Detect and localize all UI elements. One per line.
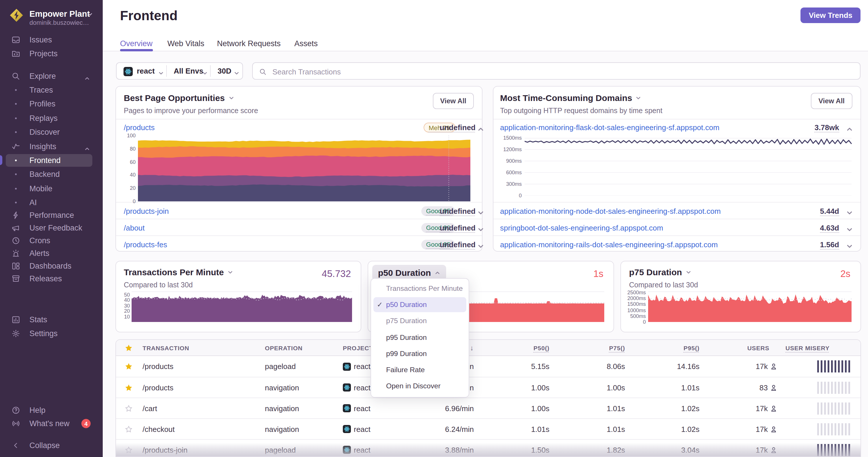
sidebar-item-collapse[interactable]: Collapse bbox=[0, 439, 103, 452]
p75-panel-title[interactable]: p75 Duration bbox=[629, 267, 691, 277]
transaction-link[interactable]: /products bbox=[143, 362, 174, 371]
sidebar-item-replays[interactable]: Replays bbox=[0, 112, 103, 124]
transaction-link[interactable]: /checkout bbox=[143, 425, 175, 433]
metric-dropdown-menu: Transactions Per Minute✓p50 Durationp75 … bbox=[371, 278, 469, 398]
project-cell[interactable]: react bbox=[343, 446, 371, 454]
chevron-down-icon[interactable] bbox=[477, 241, 483, 247]
sidebar-item-ai[interactable]: AI bbox=[0, 196, 103, 209]
project-cell[interactable]: react bbox=[343, 362, 371, 371]
dropdown-item-transactions-per-minute[interactable]: Transactions Per Minute bbox=[373, 281, 466, 296]
star-outline-icon[interactable] bbox=[124, 404, 132, 412]
project-cell[interactable]: react bbox=[343, 404, 371, 413]
chevron-down-icon[interactable] bbox=[846, 225, 851, 230]
sidebar-item-performance[interactable]: Performance bbox=[0, 209, 103, 222]
sidebar-item-frontend[interactable]: Frontend bbox=[0, 154, 103, 167]
tab-assets[interactable]: Assets bbox=[294, 39, 318, 48]
environment-filter[interactable]: All Envs bbox=[174, 67, 204, 75]
opportunities-title[interactable]: Best Page Opportunities bbox=[124, 93, 234, 103]
dropdown-item-p95-duration[interactable]: p95 Duration bbox=[373, 330, 466, 345]
org-switcher-chevron-icon[interactable] bbox=[87, 9, 93, 15]
y-axis-tick-label: 0 bbox=[481, 193, 522, 198]
page-link[interactable]: /products bbox=[124, 123, 155, 132]
org-name[interactable]: Empower Plant bbox=[29, 9, 90, 19]
col-operation[interactable]: OPERATION bbox=[265, 344, 303, 351]
domains-view-all-button[interactable]: View All bbox=[811, 93, 852, 109]
sidebar-item-dashboards[interactable]: Dashboards bbox=[0, 260, 103, 272]
sidebar-item-whats-new[interactable]: What's new4 bbox=[0, 417, 103, 430]
date-range-filter[interactable]: 30D bbox=[218, 67, 231, 75]
project-cell[interactable]: react bbox=[343, 425, 371, 433]
search-transactions-box[interactable] bbox=[252, 62, 861, 79]
dropdown-item-p50-duration[interactable]: ✓p50 Duration bbox=[373, 297, 466, 312]
chevron-down-icon[interactable] bbox=[477, 208, 483, 214]
sidebar-item-traces[interactable]: Traces bbox=[0, 84, 103, 96]
transaction-link[interactable]: /products-join bbox=[143, 446, 188, 454]
sidebar-item-crons[interactable]: Crons bbox=[0, 234, 103, 247]
dropdown-item-p99-duration[interactable]: p99 Duration bbox=[373, 346, 466, 361]
user-misery-bars bbox=[817, 360, 850, 372]
chevron-up-icon[interactable] bbox=[477, 124, 483, 130]
chevron-up-icon[interactable] bbox=[846, 124, 851, 130]
star-outline-icon[interactable] bbox=[124, 425, 132, 433]
sidebar-item-projects[interactable]: Projects bbox=[0, 47, 103, 60]
col-users[interactable]: USERS bbox=[747, 344, 769, 351]
sidebar-item-mobile[interactable]: Mobile bbox=[0, 182, 103, 195]
dropdown-item-label: p75 Duration bbox=[386, 317, 427, 325]
dropdown-item-open-in-discover[interactable]: Open in Discover bbox=[373, 379, 466, 394]
sidebar-item-settings[interactable]: Settings bbox=[0, 327, 103, 340]
chevron-up-icon[interactable] bbox=[84, 73, 90, 79]
chevron-up-icon[interactable] bbox=[84, 143, 90, 149]
sort-descending-icon[interactable]: ↓ bbox=[470, 344, 474, 352]
col-p95[interactable]: P95() bbox=[684, 344, 700, 351]
chevron-down-icon[interactable] bbox=[846, 208, 851, 214]
sidebar-item-alerts[interactable]: Alerts bbox=[0, 247, 103, 260]
sidebar-item-releases[interactable]: Releases bbox=[0, 272, 103, 285]
chevron-down-icon[interactable] bbox=[477, 225, 483, 230]
sidebar-item-stats[interactable]: Stats bbox=[0, 313, 103, 326]
project-filter-chevron-icon[interactable] bbox=[158, 68, 164, 74]
project-cell[interactable]: react bbox=[343, 383, 371, 392]
transaction-link[interactable]: /cart bbox=[143, 404, 157, 413]
sidebar-item-discover[interactable]: Discover bbox=[0, 126, 103, 138]
page-link[interactable]: /products-fes bbox=[124, 240, 167, 249]
page-link[interactable]: /about bbox=[124, 223, 145, 232]
search-input[interactable] bbox=[271, 63, 828, 80]
tab-web-vitals[interactable]: Web Vitals bbox=[167, 39, 204, 48]
domain-link[interactable]: springboot-dot-sales-engineering-sf.apps… bbox=[500, 223, 663, 232]
dropdown-item-p75-duration[interactable]: p75 Duration bbox=[373, 314, 466, 329]
flask-domain-chart bbox=[525, 138, 851, 196]
domains-title[interactable]: Most Time-Consuming Domains bbox=[500, 93, 642, 103]
domain-link[interactable]: application-monitoring-node-dot-sales-en… bbox=[500, 206, 721, 215]
dropdown-item-failure-rate[interactable]: Failure Rate bbox=[373, 362, 466, 378]
col-transaction[interactable]: TRANSACTION bbox=[143, 344, 189, 351]
col-project[interactable]: PROJECT bbox=[343, 344, 373, 351]
sidebar-item-profiles[interactable]: Profiles bbox=[0, 98, 103, 110]
sidebar-item-user-feedback[interactable]: User Feedback bbox=[0, 222, 103, 234]
tab-overview[interactable]: Overview bbox=[120, 39, 153, 48]
chevron-down-icon[interactable] bbox=[846, 241, 851, 247]
tab-network-requests[interactable]: Network Requests bbox=[217, 39, 281, 48]
domain-link[interactable]: application-monitoring-flask-dot-sales-e… bbox=[500, 123, 719, 132]
sidebar-item-explore[interactable]: Explore bbox=[0, 69, 103, 82]
view-trends-button[interactable]: View Trends bbox=[801, 7, 861, 23]
project-filter[interactable]: react bbox=[137, 67, 155, 75]
star-outline-icon[interactable] bbox=[124, 446, 132, 454]
sidebar-item-issues[interactable]: Issues bbox=[0, 33, 103, 46]
col-p75[interactable]: P75() bbox=[609, 344, 625, 351]
opportunities-view-all-button[interactable]: View All bbox=[433, 93, 474, 109]
star-column-header-icon[interactable] bbox=[124, 344, 132, 352]
transaction-link[interactable]: /products bbox=[143, 383, 174, 392]
col-p50[interactable]: P50() bbox=[533, 344, 550, 351]
tpm-panel-title[interactable]: Transactions Per Minute bbox=[124, 267, 233, 277]
col-user-misery[interactable]: USER MISERY bbox=[785, 344, 830, 351]
star-filled-icon[interactable] bbox=[124, 384, 132, 392]
page-link[interactable]: /products-join bbox=[124, 206, 169, 215]
environment-filter-chevron-icon[interactable] bbox=[202, 68, 208, 74]
domain-link[interactable]: application-monitoring-rails-dot-sales-e… bbox=[500, 240, 718, 249]
star-filled-icon[interactable] bbox=[124, 362, 132, 370]
sidebar-item-help[interactable]: Help bbox=[0, 404, 103, 416]
date-range-chevron-icon[interactable] bbox=[234, 68, 240, 74]
sidebar-item-insights[interactable]: Insights bbox=[0, 140, 103, 153]
sidebar-item-backend[interactable]: Backend bbox=[0, 168, 103, 181]
org-logo[interactable] bbox=[9, 7, 24, 23]
